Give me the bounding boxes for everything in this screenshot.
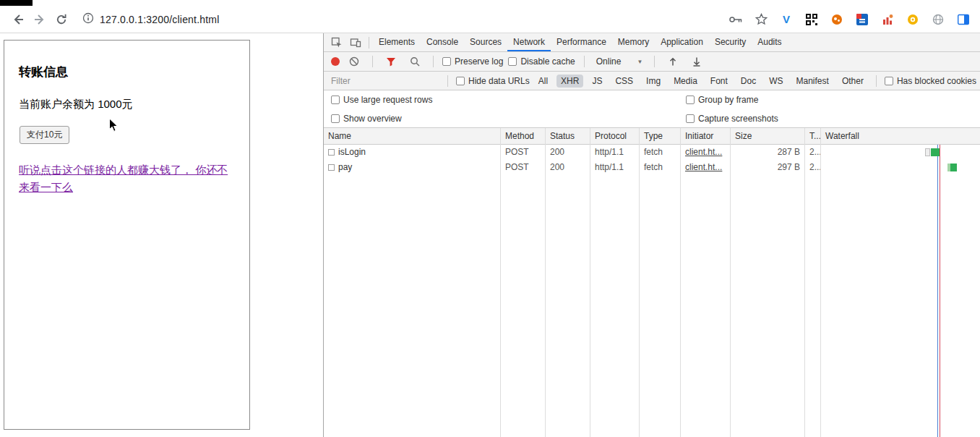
request-initiator-link[interactable]: client.ht... [681,145,730,160]
request-method[interactable]: POST [501,160,545,175]
extension-globe-icon[interactable] [932,13,945,26]
type-filter-xhr[interactable]: XHR [556,75,583,88]
column-header-type[interactable]: Type [640,128,680,145]
column-header-time[interactable]: T... [805,128,820,145]
show-overview-label: Show overview [343,114,402,124]
address-bar[interactable]: 127.0.0.1:3200/client.html [82,12,220,27]
column-header-initiator[interactable]: Initiator [681,128,730,145]
column-initiator: Initiator client.ht... client.ht... [681,128,731,437]
type-filter-media[interactable]: Media [669,75,702,88]
type-filter-doc[interactable]: Doc [736,75,760,88]
tab-performance[interactable]: Performance [551,33,612,51]
waterfall-queue-bar-isLogin[interactable] [925,148,930,156]
key-icon[interactable] [729,13,742,26]
hide-data-urls-checkbox-group[interactable]: Hide data URLs [456,76,530,86]
has-blocked-cookies-checkbox-group[interactable]: Has blocked cookies [885,76,976,86]
filter-funnel-icon[interactable] [382,53,400,70]
throttling-select[interactable]: Online ▼ [593,56,646,67]
group-by-frame-group[interactable]: Group by frame [686,95,758,105]
waterfall-bar-isLogin[interactable] [931,148,940,156]
extension-red-blue-icon[interactable] [856,13,869,26]
import-har-icon[interactable] [663,53,682,70]
bookmark-star-icon[interactable] [755,13,768,26]
extension-v-icon[interactable]: V [780,13,793,26]
extension-sidebar-icon[interactable] [957,13,970,26]
capture-screenshots-group[interactable]: Capture screenshots [686,114,778,124]
phishing-link[interactable]: 听说点击这个链接的人都赚大钱了， 你还不来看一下么 [19,161,235,196]
request-status[interactable]: 200 [546,145,590,160]
request-protocol[interactable]: http/1.1 [590,160,639,175]
devtools-panel: Elements Console Sources Network Perform… [323,33,980,437]
column-header-size[interactable]: Size [731,128,804,145]
tab-application[interactable]: Application [655,33,709,51]
type-filter-ws[interactable]: WS [765,75,787,88]
has-blocked-cookies-label: Has blocked cookies [897,76,976,86]
preserve-log-checkbox-group[interactable]: Preserve log [442,56,503,67]
transfer-panel: 转账信息 当前账户余额为 1000元 支付10元 听说点击这个链接的人都赚大钱了… [4,40,250,430]
type-filter-img[interactable]: Img [642,75,665,88]
request-doc-icon [328,149,335,156]
column-header-method[interactable]: Method [501,128,545,145]
show-overview-group[interactable]: Show overview [331,114,402,124]
type-filter-manifest[interactable]: Manifest [792,75,833,88]
type-filter-font[interactable]: Font [706,75,732,88]
type-filter-js[interactable]: JS [588,75,606,88]
request-method[interactable]: POST [501,145,545,160]
extension-yellow-circle-icon[interactable] [906,13,919,26]
tab-elements[interactable]: Elements [373,33,421,51]
type-filter-all[interactable]: All [534,75,552,88]
preserve-log-label: Preserve log [455,56,503,67]
disable-cache-checkbox[interactable] [508,57,517,66]
request-size[interactable]: 287 B [731,145,804,160]
extension-red-chart-icon[interactable] [881,13,894,26]
group-by-frame-checkbox[interactable] [686,96,695,104]
request-type[interactable]: fetch [640,160,680,175]
hide-data-urls-checkbox[interactable] [456,77,465,85]
reload-button[interactable] [51,9,72,30]
tab-network[interactable]: Network [507,33,551,51]
request-protocol[interactable]: http/1.1 [590,145,639,160]
column-header-waterfall[interactable]: Waterfall [821,128,980,145]
type-filter-other[interactable]: Other [838,75,868,88]
request-time[interactable]: 2... [805,145,820,160]
request-initiator-link[interactable]: client.ht... [681,160,730,175]
extension-orange-circle-icon[interactable] [830,13,843,26]
request-time[interactable]: 2... [805,160,820,175]
info-icon[interactable] [82,12,94,27]
request-size[interactable]: 297 B [731,160,804,175]
tab-sources[interactable]: Sources [464,33,507,51]
export-har-icon[interactable] [687,53,706,70]
column-header-name[interactable]: Name [324,128,500,145]
use-large-request-rows-group[interactable]: Use large request rows [331,95,432,105]
chevron-down-icon: ▼ [637,59,642,65]
column-header-protocol[interactable]: Protocol [590,128,639,145]
has-blocked-cookies-checkbox[interactable] [885,77,893,85]
inspect-element-icon[interactable] [327,34,346,51]
column-header-status[interactable]: Status [546,128,590,145]
tab-memory[interactable]: Memory [612,33,655,51]
tab-console[interactable]: Console [421,33,464,51]
preserve-log-checkbox[interactable] [442,57,451,66]
mouse-cursor [108,118,119,135]
capture-screenshots-checkbox[interactable] [686,114,695,123]
clear-icon[interactable] [345,53,364,70]
request-type[interactable]: fetch [640,145,680,160]
type-filter-css[interactable]: CSS [611,75,637,88]
forward-button[interactable] [29,9,51,30]
request-status[interactable]: 200 [546,160,590,175]
tab-security[interactable]: Security [709,33,752,51]
extension-qr-icon[interactable] [805,13,818,26]
show-overview-checkbox[interactable] [331,114,340,123]
device-toolbar-icon[interactable] [346,34,365,51]
tab-audits[interactable]: Audits [752,33,787,51]
filter-input[interactable] [331,76,439,86]
record-button[interactable] [331,57,340,66]
request-row-isLogin[interactable]: isLogin [324,145,500,160]
use-large-request-rows-checkbox[interactable] [331,96,340,104]
search-icon[interactable] [405,53,424,70]
waterfall-bar-pay[interactable] [947,164,957,171]
back-button[interactable] [7,9,29,30]
disable-cache-checkbox-group[interactable]: Disable cache [508,56,575,67]
request-row-pay[interactable]: pay [324,160,500,175]
pay-button[interactable]: 支付10元 [20,126,69,144]
